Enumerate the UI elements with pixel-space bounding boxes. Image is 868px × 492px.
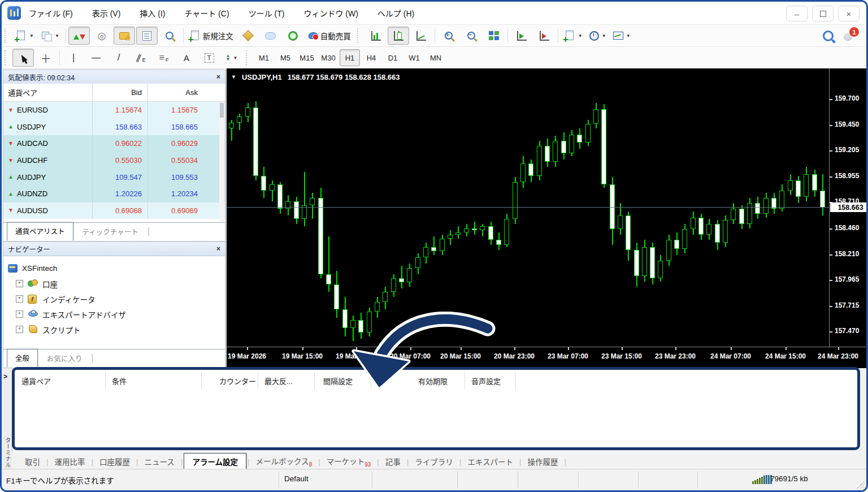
terminal-tab[interactable]: 運用比率 [50,454,90,469]
toolbar-grip[interactable] [5,28,10,43]
chart-plot-area[interactable] [227,68,829,347]
expand-plus-icon[interactable]: + [16,326,23,333]
notifications-button[interactable]: 1 [844,29,857,42]
time-axis[interactable]: 19 Mar 202619 Mar 15:0019 Mar 23:0020 Ma… [227,347,868,369]
terminal-tab[interactable]: ニュース [140,454,180,469]
hline-tool[interactable]: — [85,49,107,67]
menu-item[interactable]: 挿入 (I) [140,7,165,19]
text-tool[interactable]: A [176,49,197,67]
alarm-column-header[interactable]: 音声設定 [471,376,501,386]
data-window-button[interactable]: ◎ [91,27,112,45]
chart-collapse-icon[interactable]: ▼ [231,74,236,81]
market-watch-row[interactable]: ▼EURUSD1.156741.15675 [3,102,225,119]
terminal-tab[interactable]: 取引 [20,454,45,469]
resize-grip[interactable] [857,481,865,489]
market-watch-toggle[interactable] [68,27,90,45]
toolbar-grip[interactable] [357,28,362,43]
bar-chart-button[interactable] [365,27,387,45]
chart-shift-button[interactable] [533,27,555,45]
alarm-column-header[interactable]: 間隔設定 [323,376,353,386]
channel-tool[interactable]: ∥E [131,49,152,67]
chart-window[interactable]: ▼ USDJPY,H1 158.677 158.679 158.628 158.… [225,68,868,368]
timeframe-mn[interactable]: MN [426,49,446,66]
market-watch-tab[interactable]: 通貨ペアリスト [7,222,73,241]
market-watch-row[interactable]: ▲AUDJPY109.547109.553 [3,169,225,185]
navigator-tab[interactable]: 全般 [7,349,38,368]
tile-windows-button[interactable] [483,27,505,45]
navigator-item[interactable]: +fインディケータ [8,291,223,307]
column-header-pair[interactable]: 通貨ペア [3,84,93,101]
strategy-tester-button[interactable] [159,27,180,45]
column-header-bid[interactable]: Bid [93,84,148,101]
market-watch-row[interactable]: ▲AUDNZD1.202261.20234 [3,185,225,202]
timeframe-m5[interactable]: M5 [275,49,296,66]
market-watch-row[interactable]: ▼AUDCAD0.960220.96029 [3,135,225,152]
new-chart-button[interactable]: +▼ [12,27,37,45]
new-order-button[interactable]: +新規注文 [186,27,236,45]
shapes-tool[interactable]: ▲▼▼ [221,49,242,67]
expand-plus-icon[interactable]: + [16,295,23,303]
expand-chevron-icon[interactable]: > [3,373,7,381]
minimize-button[interactable]: – [786,6,808,21]
publish-button[interactable] [260,27,281,45]
terminal-toggle[interactable] [136,27,158,45]
expand-plus-icon[interactable]: + [16,280,23,287]
terminal-tab[interactable]: 口座履歴 [94,454,135,469]
timeframe-d1[interactable]: D1 [383,49,403,66]
timeframe-w1[interactable]: W1 [404,49,424,66]
terminal-tab[interactable]: 操作履歴 [523,454,563,469]
timeframe-h4[interactable]: H4 [361,49,381,66]
market-watch-close-icon[interactable]: × [216,73,220,81]
navigator-root[interactable]: XSFintech [8,261,223,276]
navigator-item[interactable]: +エキスパートアドバイザ [8,307,223,322]
market-watch-row[interactable]: ▼AUDCHF0.550300.55034 [3,152,225,169]
menu-item[interactable]: チャート (C) [184,7,229,19]
menu-item[interactable]: ヘルプ (H) [377,7,414,19]
terminal-tab[interactable]: 記事 [380,454,406,469]
toolbar-grip[interactable] [5,50,10,65]
market-watch-tab[interactable]: ティックチャート [75,223,146,240]
close-button[interactable]: × [838,6,860,21]
column-header-ask[interactable]: Ask [148,88,203,97]
auto-scroll-button[interactable] [511,27,532,45]
terminal-tab[interactable]: アラーム設定 [184,453,246,470]
zoom-in-button[interactable]: + [438,27,459,45]
crosshair-tool[interactable]: ＋ [35,49,57,67]
status-profile[interactable]: Default [284,474,309,483]
terminal-tab[interactable]: エキスパート [462,454,518,469]
terminal-tab[interactable]: メールボックス8 [251,454,318,469]
candlestick-button[interactable] [388,27,409,45]
market-watch-row[interactable]: ▲USDJPY158.663158.665 [3,119,225,136]
navigator-item[interactable]: +スクリプト [8,322,223,337]
timeframe-h1[interactable]: H1 [340,49,360,66]
terminal-tab[interactable]: ライブラリ [410,454,458,469]
search-icon[interactable] [823,31,834,41]
restore-button[interactable] [812,6,834,21]
auto-trading-button[interactable]: 自動売買 [305,27,354,45]
templates-button[interactable]: ▼ [610,27,633,45]
navigator-tab[interactable]: お気に入り [39,350,90,366]
menu-item[interactable]: ファイル (F) [29,7,73,19]
profiles-button[interactable]: ▼ [38,27,62,45]
alarm-column-header[interactable]: 最大反... [264,376,293,386]
navigator-item[interactable]: +口座 [8,276,223,291]
alarm-column-header[interactable]: カウンター [219,376,256,386]
trendline-tool[interactable]: / [108,49,129,67]
signals-button[interactable] [283,27,304,45]
metaeditor-button[interactable] [237,27,259,45]
menu-item[interactable]: ウィンドウ (W) [303,7,358,19]
timeframe-m30[interactable]: M30 [318,49,338,66]
market-watch-scrollbar[interactable] [219,102,224,222]
navigator-close-icon[interactable]: × [216,245,220,253]
timeframe-m1[interactable]: M1 [254,49,274,66]
alarm-column-header[interactable]: 有効期限 [418,376,448,386]
line-chart-button[interactable] [410,27,432,45]
terminal-tab[interactable]: マーケット93 [322,454,376,469]
vline-tool[interactable]: | [63,49,84,67]
timeframe-m15[interactable]: M15 [297,49,317,66]
indicators-button[interactable]: +▼ [561,27,585,45]
menu-item[interactable]: ツール (T) [249,7,285,19]
cursor-tool[interactable] [12,49,34,67]
alarm-column-header[interactable]: 通貨ペア [21,376,51,386]
menu-item[interactable]: 表示 (V) [92,7,121,19]
